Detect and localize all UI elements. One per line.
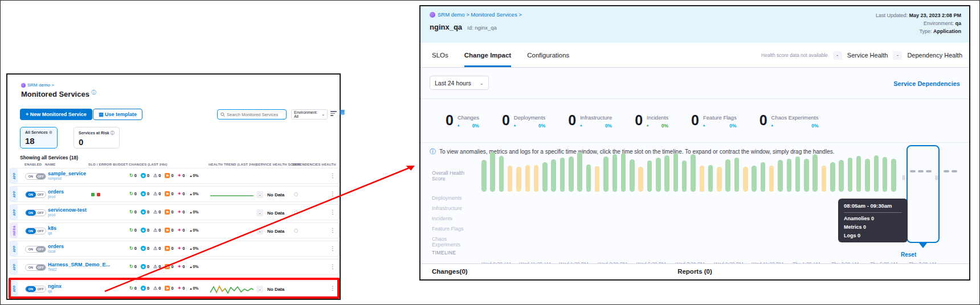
enable-toggle[interactable]: ONOFF: [25, 173, 46, 180]
timeline-bar[interactable]: [603, 156, 609, 192]
filter-icon[interactable]: [330, 111, 337, 116]
timeline-bar[interactable]: [839, 160, 844, 192]
timeline-bar[interactable]: [717, 167, 722, 192]
timeline-bar[interactable]: [708, 165, 713, 192]
table-row[interactable]: APPONOFFservicenow-testprod↻0✶0⚠0⚑0✦0▴0%…: [10, 204, 340, 220]
timeline-bar[interactable]: [534, 165, 539, 192]
timeline-bar[interactable]: [586, 164, 591, 192]
timeline-bar[interactable]: [874, 155, 879, 192]
table-row[interactable]: APPONOFFnginxqa↻0✶0⚠0⚑0✦0▴0%-No Data⋮: [10, 281, 340, 296]
row-menu-icon[interactable]: ⋮: [330, 209, 336, 215]
timeline-bar[interactable]: [673, 153, 679, 192]
service-name-link[interactable]: servicenow-test: [48, 207, 87, 213]
timeline-bar[interactable]: [481, 160, 487, 192]
timeline-bar[interactable]: [612, 154, 618, 192]
timeline-bar[interactable]: [630, 159, 635, 192]
timeline-bar[interactable]: [761, 162, 766, 192]
row-menu-icon[interactable]: ⋮: [330, 245, 336, 252]
breadcrumb[interactable]: SRM demo >: [21, 83, 54, 88]
timeline-bar[interactable]: [577, 152, 582, 192]
timeline-bar[interactable]: [743, 167, 748, 192]
timeline-bar[interactable]: [551, 159, 556, 192]
table-row[interactable]: APPONOFFHarness_SRM_Demo_E...Test2↻0✶0⚠0…: [10, 259, 340, 275]
timeline-bar[interactable]: [490, 152, 495, 192]
service-name-cell[interactable]: Harness_SRM_Demo_E...Test2: [48, 262, 110, 272]
summary-card-services-at-risk[interactable]: Services at Risk ⓘ0: [74, 127, 120, 149]
timeline-bar[interactable]: [865, 159, 870, 192]
timeline-bar[interactable]: [569, 156, 574, 192]
timeline-bar[interactable]: [682, 160, 687, 192]
enable-toggle[interactable]: ONOFF: [25, 286, 46, 292]
timeline-bar[interactable]: [795, 156, 801, 192]
timeline-bar[interactable]: [856, 156, 861, 192]
new-monitored-service-button[interactable]: + New Monitored Service: [20, 109, 92, 120]
timeline-bar[interactable]: [560, 158, 565, 192]
enable-toggle[interactable]: ONOFF: [25, 209, 46, 216]
selection-drag-handle[interactable]: ⣿: [935, 176, 938, 180]
summary-card-all-services[interactable]: All Services ⚙18: [20, 127, 58, 149]
table-row[interactable]: APPONOFForderslocal↻0✶0⚠0⚑0✦0▴0%⋮: [10, 241, 340, 257]
timeline-bar[interactable]: [734, 158, 740, 192]
row-menu-icon[interactable]: ⋮: [330, 227, 336, 233]
use-template-button[interactable]: ▤ Use template: [93, 109, 142, 120]
service-name-link[interactable]: k8s: [48, 225, 56, 231]
row-menu-icon[interactable]: ⋮: [330, 172, 336, 179]
service-name-cell[interactable]: k8sqa: [48, 225, 56, 236]
row-menu-icon[interactable]: ⋮: [330, 263, 336, 270]
service-name-cell[interactable]: nginxqa: [48, 283, 62, 294]
row-menu-icon[interactable]: ⋮: [330, 191, 336, 197]
timeline-bar[interactable]: [647, 160, 652, 192]
search-box[interactable]: [217, 109, 287, 119]
timeline-bar[interactable]: [516, 167, 521, 192]
timeline-bar[interactable]: [664, 155, 669, 192]
timeline-bar[interactable]: [656, 158, 661, 192]
table-row[interactable]: APPONOFFsample_servicenonprod↻0✶0⚠0⚑0✦0▴…: [10, 168, 340, 184]
service-name-link[interactable]: orders: [48, 244, 64, 249]
footer-reports[interactable]: Reports (0): [677, 268, 712, 275]
service-name-cell[interactable]: sample_servicenonprod: [48, 171, 86, 181]
timeline-bar[interactable]: [542, 162, 548, 192]
timeline-bar[interactable]: [804, 159, 809, 192]
time-range-select[interactable]: Last 24 hours ⌄: [430, 76, 489, 90]
timeline-bar[interactable]: [883, 157, 888, 192]
timeline-bar[interactable]: [822, 166, 827, 192]
timeline-bar[interactable]: [778, 160, 783, 192]
table-row[interactable]: APPONOFFordersprod↻0✶0⚠0⚑0✦0▴0%-No Data⋮: [10, 186, 340, 202]
reset-link[interactable]: Reset: [901, 252, 916, 258]
environment-dropdown[interactable]: Environment: All ⌄: [291, 109, 328, 119]
enable-toggle[interactable]: ONOFF: [25, 264, 46, 271]
table-row[interactable]: INFRAONOFFk8sqa↻0✶0⚠0⚑0✦0▴0%-No Data⋮: [10, 222, 340, 238]
timeline-bar[interactable]: [621, 153, 626, 192]
service-name-link[interactable]: orders: [48, 189, 64, 195]
search-input[interactable]: [227, 112, 283, 117]
timeline-bar[interactable]: [725, 159, 730, 192]
timeline-bar[interactable]: [525, 165, 530, 192]
timeline-bar[interactable]: [638, 167, 643, 192]
timeline-bar[interactable]: [787, 159, 792, 192]
time-window-selection[interactable]: [906, 145, 940, 243]
timeline-bar[interactable]: [499, 156, 504, 192]
selection-drag-handle[interactable]: ⣿: [902, 176, 905, 180]
service-name-cell[interactable]: servicenow-testprod: [48, 207, 87, 217]
grid-view-icon[interactable]: ▦: [339, 109, 345, 115]
timeline-bar[interactable]: [752, 166, 757, 192]
timeline-bar[interactable]: [769, 166, 774, 192]
service-name-cell[interactable]: orderslocal: [48, 244, 64, 254]
row-menu-icon[interactable]: ⋮: [330, 285, 336, 291]
timeline-bar[interactable]: [812, 154, 818, 192]
service-name-link[interactable]: sample_service: [48, 171, 86, 176]
timeline-bar[interactable]: [691, 154, 696, 192]
timeline-bar[interactable]: [595, 166, 600, 192]
service-name-link[interactable]: Harness_SRM_Demo_E...: [48, 262, 110, 267]
tab-slos[interactable]: SLOs: [432, 43, 448, 67]
enable-toggle[interactable]: ONOFF: [25, 191, 46, 198]
enable-toggle[interactable]: ONOFF: [25, 228, 46, 234]
enable-toggle[interactable]: ONOFF: [25, 246, 46, 253]
timeline-bar[interactable]: [508, 166, 513, 192]
timeline-bar[interactable]: [830, 162, 835, 192]
timeline-bar[interactable]: [891, 159, 896, 192]
tab-change-impact[interactable]: Change Impact: [464, 43, 511, 67]
service-name-link[interactable]: nginx: [48, 283, 62, 289]
service-name-cell[interactable]: ordersprod: [48, 189, 64, 199]
footer-changes[interactable]: Changes(0): [432, 268, 468, 275]
